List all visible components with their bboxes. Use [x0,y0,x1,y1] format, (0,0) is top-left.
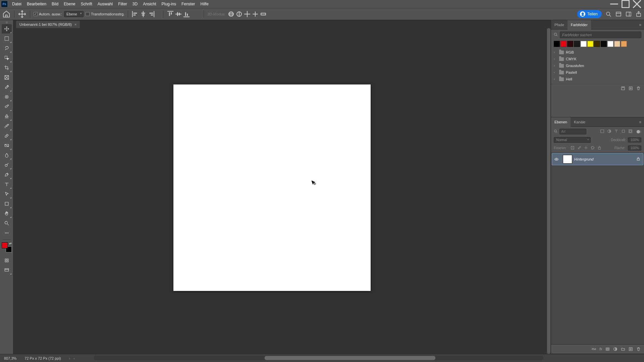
filter-adjust-icon[interactable] [607,129,611,134]
menu-3d[interactable]: 3D [130,0,140,8]
quickmask-tool[interactable] [2,256,12,265]
filter-type-icon[interactable] [614,129,619,134]
marquee-tool[interactable] [2,34,12,43]
dodge-tool[interactable] [2,160,12,170]
edit-toolbar-icon[interactable] [2,228,12,238]
fill-value[interactable]: 100% [628,145,641,150]
swatch[interactable] [601,41,607,47]
filter-smart-icon[interactable] [628,129,633,134]
new-layer-icon[interactable] [629,347,633,351]
close-tab-icon[interactable]: × [74,22,76,26]
zoom-tool[interactable] [2,219,12,228]
save-library-icon[interactable] [621,86,625,90]
swatch[interactable] [607,41,613,47]
screenmode-tool[interactable] [2,265,12,275]
vertical-scrollbar[interactable] [547,28,551,354]
swatch-folder[interactable]: ›Pastell [553,69,642,76]
brush-tool[interactable] [2,102,12,111]
lock-paint-icon[interactable] [577,146,581,150]
blend-mode-select[interactable]: Normal [554,137,591,143]
type-tool[interactable] [2,180,12,189]
swatch[interactable] [621,41,627,47]
crop-tool[interactable] [2,63,12,72]
pen-tool[interactable] [2,170,12,179]
stamp-tool[interactable] [2,112,12,121]
frame-tool[interactable] [2,73,12,82]
swatch[interactable] [581,41,587,47]
menu-auswahl[interactable]: Auswahl [95,0,115,8]
swatch-search-input[interactable] [560,32,641,38]
panel-menu-icon[interactable]: ≡ [637,23,644,27]
gradient-tool[interactable] [2,141,12,150]
swatch[interactable] [574,41,580,47]
tab-pfade[interactable]: Pfade [551,20,568,29]
docinfo-chevron-icon[interactable]: › [69,356,70,360]
trash-icon[interactable] [636,347,641,351]
menu-datei[interactable]: Datei [9,0,24,8]
maximize-button[interactable] [620,0,631,8]
lock-all-icon[interactable] [597,146,601,150]
menu-ebene[interactable]: Ebene [61,0,78,8]
tab-farbfelder[interactable]: Farbfelder [568,20,591,29]
swatch[interactable] [594,41,600,47]
search-icon[interactable] [605,11,612,17]
fx-icon[interactable]: fx [599,347,602,351]
auto-select-target[interactable]: Ebene [64,11,84,17]
swatch-folder[interactable]: ›Graustufen [553,62,642,69]
eraser-tool[interactable] [2,131,12,140]
align-top-icon[interactable] [167,10,174,18]
color-swatches[interactable]: ⇄ [2,242,12,252]
visibility-icon[interactable] [552,157,561,162]
filter-pixel-icon[interactable] [600,129,604,134]
close-button[interactable] [631,0,643,8]
quick-select-tool[interactable] [2,53,12,63]
mask-icon[interactable] [605,347,610,351]
lasso-tool[interactable] [2,44,12,53]
workspace-icon[interactable] [625,11,632,17]
menu-ansicht[interactable]: Ansicht [140,0,159,8]
tab-kanaele[interactable]: Kanäle [571,117,589,127]
blur-tool[interactable] [2,150,12,160]
menu-filter[interactable]: Filter [115,0,130,8]
menu-schrift[interactable]: Schrift [78,0,95,8]
layer-kind-filter[interactable] [559,129,586,134]
swatch-folder[interactable]: ›RGB [553,49,642,56]
auto-select-checkbox[interactable]: ✓Autom. ausw.: [34,12,62,16]
group-icon[interactable] [621,347,625,351]
lock-pixels-icon[interactable] [571,146,575,150]
layer-thumbnail[interactable] [563,155,572,164]
lock-icon[interactable] [636,157,640,162]
swatch[interactable] [560,41,567,47]
foreground-color[interactable] [2,242,8,248]
align-right-icon[interactable] [148,10,155,18]
swatch-folder[interactable]: ›CMYK [553,56,642,62]
swap-colors-icon[interactable]: ⇄ [9,242,12,245]
heal-tool[interactable] [2,92,12,102]
path-select-tool[interactable] [2,189,12,199]
swatch-folder[interactable]: ›Hell [553,76,642,82]
tab-ebenen[interactable]: Ebenen [551,117,571,127]
zoom-level[interactable]: 807,3% [4,356,16,360]
filter-toggle[interactable] [637,130,641,133]
swatch[interactable] [587,41,593,47]
adjustment-icon[interactable] [613,347,618,351]
transform-controls-checkbox[interactable]: Transformationsstrg. [86,12,124,16]
export-icon[interactable] [635,11,642,17]
layer-row[interactable]: Hintergrund [552,153,643,165]
doc-info[interactable]: 72 Px x 72 Px (72 ppi) [24,356,61,360]
scroll-left-icon[interactable]: ‹ [73,356,75,360]
toolbar-grip[interactable] [3,21,10,23]
opacity-value[interactable]: 100% [628,137,641,142]
layer-name[interactable]: Hintergrund [574,157,593,161]
document-tab[interactable]: Unbenannt-1 bei 807% (RGB/8) × [16,21,80,28]
menu-bild[interactable]: Bild [49,0,61,8]
swatch[interactable] [614,41,620,47]
align-vcenter-icon[interactable] [175,10,182,18]
align-bottom-icon[interactable] [183,10,190,18]
menu-hilfe[interactable]: Hilfe [198,0,211,8]
swatch[interactable] [554,41,560,47]
minimize-button[interactable] [608,0,620,8]
panel-menu-icon[interactable]: ≡ [637,120,644,124]
eyedropper-tool[interactable] [2,82,12,92]
align-left-icon[interactable] [131,10,139,18]
